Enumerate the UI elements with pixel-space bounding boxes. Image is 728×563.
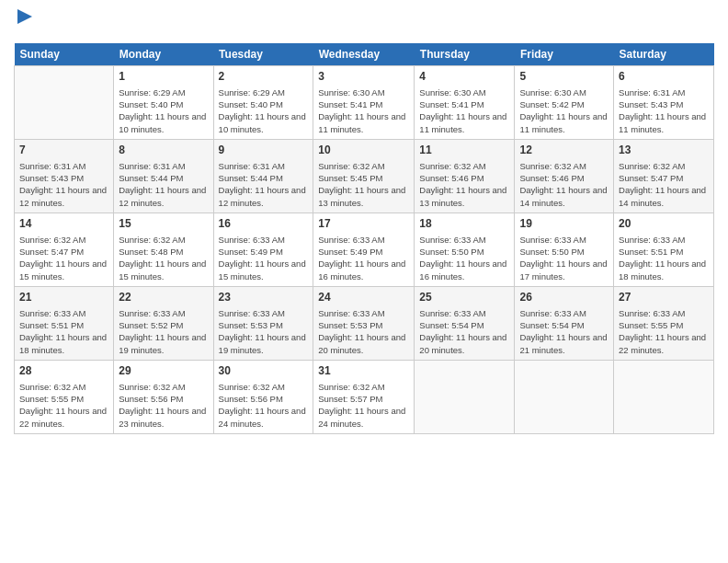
calendar-week-row: 21Sunrise: 6:33 AMSunset: 5:51 PMDayligh… — [15, 287, 714, 361]
calendar-cell: 10Sunrise: 6:32 AMSunset: 5:45 PMDayligh… — [313, 140, 415, 213]
calendar-cell: 19Sunrise: 6:33 AMSunset: 5:50 PMDayligh… — [515, 213, 614, 287]
calendar-cell: 12Sunrise: 6:32 AMSunset: 5:46 PMDayligh… — [515, 140, 614, 213]
day-info: Sunrise: 6:32 AMSunset: 5:48 PMDaylight:… — [119, 234, 208, 282]
logo — [14, 9, 34, 36]
day-info: Sunrise: 6:31 AMSunset: 5:43 PMDaylight:… — [619, 86, 709, 135]
calendar-cell: 6Sunrise: 6:31 AMSunset: 5:43 PMDaylight… — [614, 66, 714, 140]
day-info: Sunrise: 6:32 AMSunset: 5:46 PMDaylight:… — [519, 160, 609, 209]
day-number: 12 — [519, 143, 609, 158]
logo-text — [14, 9, 34, 36]
calendar-cell: 18Sunrise: 6:33 AMSunset: 5:50 PMDayligh… — [415, 213, 515, 287]
day-number: 19 — [519, 216, 609, 232]
calendar-cell: 1Sunrise: 6:29 AMSunset: 5:40 PMDaylight… — [114, 66, 213, 140]
calendar-cell: 29Sunrise: 6:32 AMSunset: 5:56 PMDayligh… — [114, 361, 213, 434]
day-number: 2 — [219, 69, 309, 85]
day-info: Sunrise: 6:31 AMSunset: 5:43 PMDaylight:… — [19, 160, 108, 209]
calendar-cell: 24Sunrise: 6:33 AMSunset: 5:53 PMDayligh… — [313, 287, 415, 361]
day-info: Sunrise: 6:29 AMSunset: 5:40 PMDaylight:… — [119, 86, 208, 135]
logo-flag-icon — [16, 9, 34, 31]
calendar-week-row: 1Sunrise: 6:29 AMSunset: 5:40 PMDaylight… — [15, 66, 714, 140]
day-number: 7 — [19, 143, 108, 158]
day-info: Sunrise: 6:30 AMSunset: 5:41 PMDaylight:… — [318, 86, 409, 135]
col-header-friday: Friday — [515, 43, 614, 66]
header — [14, 9, 714, 36]
calendar-cell: 16Sunrise: 6:33 AMSunset: 5:49 PMDayligh… — [213, 213, 313, 287]
calendar-cell: 15Sunrise: 6:32 AMSunset: 5:48 PMDayligh… — [114, 213, 213, 287]
calendar-cell: 13Sunrise: 6:32 AMSunset: 5:47 PMDayligh… — [614, 140, 714, 213]
day-number: 20 — [619, 216, 709, 232]
day-info: Sunrise: 6:32 AMSunset: 5:56 PMDaylight:… — [119, 381, 208, 430]
calendar-cell: 7Sunrise: 6:31 AMSunset: 5:43 PMDaylight… — [15, 140, 114, 213]
day-info: Sunrise: 6:32 AMSunset: 5:47 PMDaylight:… — [19, 234, 108, 282]
day-info: Sunrise: 6:33 AMSunset: 5:51 PMDaylight:… — [19, 307, 108, 356]
day-info: Sunrise: 6:31 AMSunset: 5:44 PMDaylight:… — [119, 160, 208, 209]
day-number: 28 — [19, 363, 108, 379]
calendar-cell: 25Sunrise: 6:33 AMSunset: 5:54 PMDayligh… — [415, 287, 515, 361]
calendar-week-row: 28Sunrise: 6:32 AMSunset: 5:55 PMDayligh… — [15, 361, 714, 434]
day-info: Sunrise: 6:33 AMSunset: 5:52 PMDaylight:… — [119, 307, 208, 356]
calendar-cell: 28Sunrise: 6:32 AMSunset: 5:55 PMDayligh… — [15, 361, 114, 434]
day-info: Sunrise: 6:33 AMSunset: 5:50 PMDaylight:… — [519, 234, 609, 282]
col-header-thursday: Thursday — [415, 43, 515, 66]
col-header-wednesday: Wednesday — [313, 43, 415, 66]
day-number: 17 — [318, 216, 409, 232]
day-number: 27 — [619, 290, 709, 305]
day-info: Sunrise: 6:33 AMSunset: 5:50 PMDaylight:… — [419, 234, 509, 282]
day-info: Sunrise: 6:32 AMSunset: 5:55 PMDaylight:… — [19, 381, 108, 430]
day-info: Sunrise: 6:33 AMSunset: 5:53 PMDaylight:… — [318, 307, 409, 356]
calendar-cell: 30Sunrise: 6:32 AMSunset: 5:56 PMDayligh… — [213, 361, 313, 434]
calendar-cell — [515, 361, 614, 434]
calendar-cell: 17Sunrise: 6:33 AMSunset: 5:49 PMDayligh… — [313, 213, 415, 287]
calendar-cell: 8Sunrise: 6:31 AMSunset: 5:44 PMDaylight… — [114, 140, 213, 213]
calendar-cell: 26Sunrise: 6:33 AMSunset: 5:54 PMDayligh… — [515, 287, 614, 361]
day-number: 3 — [318, 69, 409, 85]
day-info: Sunrise: 6:29 AMSunset: 5:40 PMDaylight:… — [219, 86, 309, 135]
calendar-cell: 31Sunrise: 6:32 AMSunset: 5:57 PMDayligh… — [313, 361, 415, 434]
day-number: 4 — [419, 69, 509, 85]
day-number: 23 — [219, 290, 309, 305]
day-number: 11 — [419, 143, 509, 158]
day-number: 13 — [619, 143, 709, 158]
col-header-tuesday: Tuesday — [213, 43, 313, 66]
day-info: Sunrise: 6:33 AMSunset: 5:53 PMDaylight:… — [219, 307, 309, 356]
day-info: Sunrise: 6:31 AMSunset: 5:44 PMDaylight:… — [219, 160, 309, 209]
calendar-cell: 22Sunrise: 6:33 AMSunset: 5:52 PMDayligh… — [114, 287, 213, 361]
day-number: 29 — [119, 363, 208, 379]
day-info: Sunrise: 6:33 AMSunset: 5:51 PMDaylight:… — [619, 234, 709, 282]
day-info: Sunrise: 6:32 AMSunset: 5:45 PMDaylight:… — [318, 160, 409, 209]
day-info: Sunrise: 6:32 AMSunset: 5:57 PMDaylight:… — [318, 381, 409, 430]
calendar-cell: 23Sunrise: 6:33 AMSunset: 5:53 PMDayligh… — [213, 287, 313, 361]
calendar-week-row: 14Sunrise: 6:32 AMSunset: 5:47 PMDayligh… — [15, 213, 714, 287]
calendar-cell — [15, 66, 114, 140]
page-container: SundayMondayTuesdayWednesdayThursdayFrid… — [0, 0, 728, 443]
svg-marker-0 — [17, 9, 32, 24]
day-number: 10 — [318, 143, 409, 158]
day-info: Sunrise: 6:33 AMSunset: 5:55 PMDaylight:… — [619, 307, 709, 356]
calendar-cell: 20Sunrise: 6:33 AMSunset: 5:51 PMDayligh… — [614, 213, 714, 287]
day-number: 31 — [318, 363, 409, 379]
day-number: 16 — [219, 216, 309, 232]
calendar-cell: 27Sunrise: 6:33 AMSunset: 5:55 PMDayligh… — [614, 287, 714, 361]
day-number: 8 — [119, 143, 208, 158]
day-number: 9 — [219, 143, 309, 158]
calendar-week-row: 7Sunrise: 6:31 AMSunset: 5:43 PMDaylight… — [15, 140, 714, 213]
day-info: Sunrise: 6:33 AMSunset: 5:49 PMDaylight:… — [318, 234, 409, 282]
col-header-saturday: Saturday — [614, 43, 714, 66]
calendar-table: SundayMondayTuesdayWednesdayThursdayFrid… — [14, 43, 714, 434]
calendar-cell — [614, 361, 714, 434]
calendar-cell: 4Sunrise: 6:30 AMSunset: 5:41 PMDaylight… — [415, 66, 515, 140]
day-number: 18 — [419, 216, 509, 232]
day-info: Sunrise: 6:32 AMSunset: 5:47 PMDaylight:… — [619, 160, 709, 209]
day-info: Sunrise: 6:33 AMSunset: 5:54 PMDaylight:… — [519, 307, 609, 356]
calendar-header-row: SundayMondayTuesdayWednesdayThursdayFrid… — [15, 43, 714, 66]
col-header-monday: Monday — [114, 43, 213, 66]
day-number: 24 — [318, 290, 409, 305]
calendar-cell: 14Sunrise: 6:32 AMSunset: 5:47 PMDayligh… — [15, 213, 114, 287]
day-info: Sunrise: 6:32 AMSunset: 5:56 PMDaylight:… — [219, 381, 309, 430]
day-number: 22 — [119, 290, 208, 305]
day-number: 26 — [519, 290, 609, 305]
day-number: 6 — [619, 69, 709, 85]
day-number: 14 — [19, 216, 108, 232]
day-number: 25 — [419, 290, 509, 305]
day-info: Sunrise: 6:33 AMSunset: 5:54 PMDaylight:… — [419, 307, 509, 356]
